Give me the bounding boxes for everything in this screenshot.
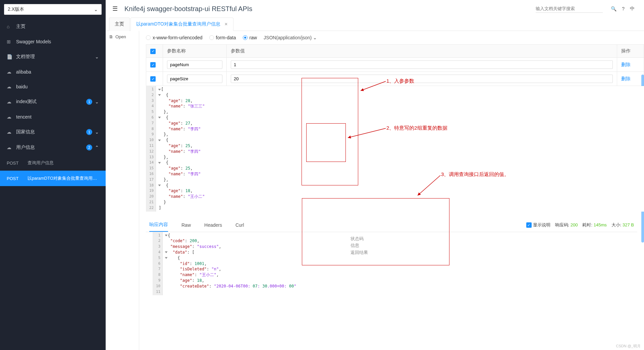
chevron-up-icon: ⌃: [95, 145, 99, 150]
api-item-query-user[interactable]: POST 查询用户信息: [0, 155, 106, 171]
tab-home[interactable]: 主页: [109, 17, 130, 31]
param-name-input[interactable]: [167, 75, 222, 83]
api-label: 以paramDTO对象集合批量查询用户信息: [28, 175, 99, 181]
cloud-icon: ☁: [7, 69, 13, 75]
size-label: 大小:: [611, 222, 622, 227]
tab-bar: 主页 以paramDTO对象集合批量查询用户信息 ✕: [106, 17, 644, 31]
radio-raw[interactable]: raw: [243, 35, 257, 40]
doc-icon: 📄: [7, 54, 13, 59]
resp-tab-headers[interactable]: Headers: [204, 219, 222, 231]
code-value: 200: [571, 222, 578, 227]
user-api-list: POST 查询用户信息 POST 以paramDTO对象集合批量查询用户信息: [0, 155, 106, 186]
content-type-row: x-www-form-urlencoded form-data raw JSON…: [139, 31, 644, 44]
doc-icon: 🗎: [109, 34, 113, 39]
nav-group-label: 用户信息: [16, 144, 35, 150]
resp-tab-content[interactable]: 响应内容: [149, 218, 168, 232]
row-checkbox[interactable]: [150, 62, 156, 68]
desc-line: 信息: [351, 242, 368, 249]
response-info: 显示说明 响应码: 200 耗时: 145ms 大小: 327 B: [526, 222, 634, 228]
version-select[interactable]: 2.X版本 ⌄: [4, 4, 102, 15]
count-badge: 2: [86, 144, 92, 150]
select-all-checkbox[interactable]: [150, 49, 156, 54]
params-table: 参数名称 参数值 操作 删除: [146, 44, 644, 86]
col-action: 操作: [617, 45, 644, 58]
close-icon[interactable]: ✕: [224, 22, 228, 27]
chevron-down-icon: ⌄: [94, 7, 98, 12]
request-body-editor[interactable]: 12345678910111213141516171819202122 [ { …: [146, 86, 644, 212]
code-content: { "code": 200, "message": "success", "da…: [163, 232, 340, 296]
method-tag: POST: [7, 176, 23, 181]
sidebar: 2.X版本 ⌄ ⌂ 主页 ⊞ Swagger Models 📄 文档管理 ⌄ ☁…: [0, 0, 106, 350]
cloud-icon: ☁: [7, 114, 13, 120]
api-item-batch-query[interactable]: POST 以paramDTO对象集合批量查询用户信息: [0, 171, 106, 186]
param-row: 删除: [146, 72, 644, 86]
nav-user[interactable]: ☁ 用户信息 2 ⌃: [0, 140, 106, 155]
home-icon: ⌂: [7, 24, 13, 29]
main-area: ☰ Knife4j swagger-bootstrap-ui RESTful A…: [106, 0, 644, 350]
response-description: 状态码 信息 返回结果: [340, 232, 378, 296]
row-checkbox[interactable]: [150, 76, 156, 82]
nav-country[interactable]: ☁ 国家信息 1 ⌄: [0, 124, 106, 140]
response-code-editor[interactable]: 1234567891011 { "code": 200, "message": …: [153, 232, 340, 296]
open-link[interactable]: 🗎 Open: [109, 34, 136, 39]
line-gutter: 1234567891011: [153, 232, 163, 296]
nav-doc-label: 文档管理: [16, 54, 35, 60]
show-desc-checkbox[interactable]: [526, 222, 532, 228]
chevron-down-icon: ⌄: [313, 35, 317, 40]
radio-xwww[interactable]: x-www-form-urlencoded: [146, 35, 203, 40]
resp-tab-curl[interactable]: Curl: [235, 219, 244, 231]
tab-api-detail[interactable]: 以paramDTO对象集合批量查询用户信息 ✕: [130, 17, 233, 31]
radio-label: raw: [250, 35, 257, 40]
response-tabs: 响应内容 Raw Headers Curl 显示说明 响应码: 200 耗时: …: [146, 218, 637, 232]
radio-label: x-www-form-urlencoded: [153, 35, 203, 40]
cloud-icon: ☁: [7, 99, 13, 104]
nav-home-label: 主页: [16, 24, 25, 30]
page-title: Knife4j swagger-bootstrap-ui RESTful API…: [124, 5, 536, 13]
radio-label: form-data: [216, 35, 236, 40]
param-name-input[interactable]: [167, 60, 222, 69]
code-label: 响应码:: [555, 222, 570, 227]
resp-tab-raw[interactable]: Raw: [181, 219, 191, 231]
nav-group-label: baidu: [16, 84, 28, 89]
help-icon[interactable]: ?: [622, 6, 625, 11]
param-value-input[interactable]: [231, 75, 613, 83]
delete-link[interactable]: 删除: [621, 76, 631, 81]
json-type-label: JSON(application/json): [264, 35, 312, 40]
open-label: Open: [115, 34, 126, 39]
lang-toggle[interactable]: 中: [630, 6, 635, 12]
radio-icon: [146, 35, 151, 40]
json-type-select[interactable]: JSON(application/json) ⌄: [264, 35, 317, 40]
show-desc-label: 显示说明: [533, 222, 550, 227]
nav-home[interactable]: ⌂ 主页: [0, 19, 106, 34]
nav-swagger-models[interactable]: ⊞ Swagger Models: [0, 34, 106, 49]
content-area: 🗎 Open x-www-form-urlencoded form-data: [106, 31, 644, 350]
models-icon: ⊞: [7, 39, 13, 44]
chevron-down-icon: ⌄: [95, 129, 99, 135]
nav-alibaba[interactable]: ☁ alibaba: [0, 64, 106, 79]
nav-baidu[interactable]: ☁ baidu: [0, 79, 106, 94]
cloud-icon: ☁: [7, 145, 13, 150]
code-content[interactable]: [ { "age": 28, "name": "张三三" }, { "age":…: [156, 86, 644, 212]
search-icon[interactable]: 🔍: [611, 6, 616, 11]
response-body: 1234567891011 { "code": 200, "message": …: [146, 232, 644, 296]
param-value-input[interactable]: [231, 60, 613, 69]
count-badge: 1: [86, 129, 92, 135]
nav-tencent[interactable]: ☁ tencent: [0, 110, 106, 124]
time-value: 145ms: [594, 222, 607, 227]
method-tag: POST: [7, 161, 23, 166]
col-param-value: 参数值: [227, 45, 617, 58]
param-row: 删除: [146, 58, 644, 72]
nav-doc-manage[interactable]: 📄 文档管理 ⌄: [0, 49, 106, 64]
tab-label: 主页: [115, 21, 124, 27]
search-input[interactable]: [536, 5, 603, 13]
nav-swagger-label: Swagger Models: [16, 39, 51, 44]
header: ☰ Knife4j swagger-bootstrap-ui RESTful A…: [106, 0, 644, 17]
nav-index[interactable]: ☁ index测试 1 ⌄: [0, 94, 106, 110]
tab-label: 以paramDTO对象集合批量查询用户信息: [136, 21, 220, 27]
api-label: 查询用户信息: [28, 160, 54, 166]
radio-formdata[interactable]: form-data: [209, 35, 236, 40]
cloud-icon: ☁: [7, 129, 13, 135]
collapse-sidebar-icon[interactable]: ☰: [112, 5, 118, 12]
count-badge: 1: [86, 99, 92, 105]
delete-link[interactable]: 删除: [621, 62, 631, 67]
